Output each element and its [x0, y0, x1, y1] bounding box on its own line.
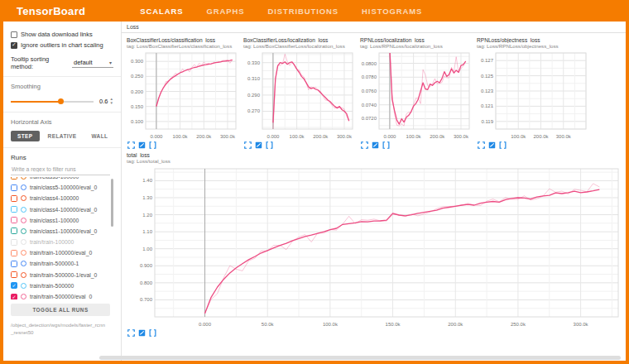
line-chart[interactable]: 0.3000.2500.2000.1500.1000.000100.0k200.…	[125, 50, 239, 141]
fit-domain-icon[interactable]	[499, 141, 507, 149]
run-filter-input[interactable]	[11, 164, 110, 175]
stepper-arrows-icon[interactable]: ▲▼	[110, 98, 113, 106]
run-label: train/class5-100000	[30, 177, 79, 180]
run-checkbox[interactable]: ✓	[11, 261, 17, 267]
fit-domain-icon[interactable]	[382, 141, 390, 149]
run-checkbox[interactable]: ✓	[11, 271, 17, 278]
expand-icon[interactable]	[127, 329, 135, 337]
tooltip-sorting-dropdown[interactable]: default ▾	[72, 58, 113, 68]
run-row[interactable]: ✓ train/class1-100000/eval_0	[11, 226, 113, 237]
svg-text:150.0k: 150.0k	[386, 322, 401, 327]
small-charts-row: BoxClassifierLoss/classification_loss ta…	[122, 33, 626, 150]
nav-tab[interactable]: HISTOGRAMS	[362, 7, 422, 16]
log-y-axis-icon[interactable]	[138, 141, 146, 149]
settings-checkbox-row[interactable]: ✓ Ignore outliers in chart scaling	[11, 41, 113, 49]
fit-domain-icon[interactable]	[149, 141, 156, 149]
run-row[interactable]: ✓ train/train-100000	[11, 237, 113, 247]
run-row[interactable]: ✓ train/train-100000/eval_0	[11, 247, 113, 258]
settings-checkbox-row[interactable]: ✓ Show data download links	[11, 31, 113, 38]
svg-text:0.000: 0.000	[150, 134, 163, 139]
run-row[interactable]: ✓ train/class4-100000	[11, 193, 113, 204]
fit-domain-icon[interactable]	[266, 141, 273, 149]
category-header[interactable]: Loss	[122, 22, 626, 33]
runs-list: ✓ train/class5-100000 ✓ train/class5-100…	[11, 177, 113, 299]
svg-text:200.0k: 200.0k	[430, 134, 445, 139]
run-label: train/train-500000	[30, 283, 74, 289]
checkbox[interactable]: ✓	[11, 42, 17, 49]
runs-scrollbar[interactable]	[111, 179, 113, 227]
expand-icon[interactable]	[127, 141, 135, 149]
run-checkbox[interactable]: ✓	[11, 206, 17, 213]
run-color-circle	[21, 184, 26, 190]
chart-toolbar	[242, 141, 358, 150]
run-label: train/train-500000/eval_0	[30, 294, 92, 299]
run-checkbox[interactable]: ✓	[11, 195, 17, 202]
run-checkbox[interactable]: ✓	[11, 282, 17, 289]
run-row[interactable]: ✓ train/train-500000-1	[11, 258, 113, 269]
svg-text:0.700: 0.700	[140, 297, 153, 302]
log-y-axis-icon[interactable]	[372, 141, 379, 149]
chart-card: RPNLoss/objectness_loss tag: Loss/RPNLos…	[475, 37, 591, 150]
svg-text:0.300: 0.300	[131, 59, 144, 64]
run-checkbox[interactable]: ✓	[11, 294, 17, 299]
run-row[interactable]: ✓ train/train-500000/eval_0	[11, 291, 113, 299]
line-chart[interactable]: 0.08000.07800.07600.07400.07200.000100.0…	[358, 50, 473, 141]
svg-text:0.127: 0.127	[481, 58, 494, 63]
run-color-circle	[21, 294, 26, 299]
svg-text:100.0k: 100.0k	[406, 134, 422, 139]
svg-text:0.121: 0.121	[481, 103, 494, 108]
run-checkbox[interactable]: ✓	[11, 184, 17, 191]
run-row[interactable]: ✓ train/class5-100000/eval_0	[11, 182, 113, 193]
chart-card: BoxClassifierLoss/localization_loss tag:…	[242, 37, 358, 150]
expand-icon[interactable]	[361, 141, 368, 149]
nav-tab[interactable]: SCALARS	[140, 7, 183, 16]
line-chart[interactable]: 0.3300.3100.2900.2700.000100.0k200.0k300…	[242, 50, 356, 141]
horizontal-axis-button[interactable]: RELATIVE	[41, 131, 84, 141]
nav-tab[interactable]: GRAPHS	[206, 7, 244, 16]
fit-domain-icon[interactable]	[149, 329, 156, 337]
run-checkbox[interactable]: ✓	[11, 228, 17, 234]
checkbox[interactable]: ✓	[11, 31, 17, 38]
toggle-all-runs-button[interactable]: TOGGLE ALL RUNS	[11, 304, 110, 316]
total-loss-chart[interactable]: 1.401.301.201.101.000.9000.8000.7000.000…	[125, 165, 625, 328]
svg-text:0.310: 0.310	[247, 76, 261, 81]
chart-toolbar	[475, 141, 591, 150]
run-color-circle	[21, 177, 26, 180]
horizontal-scrollbar[interactable]	[99, 356, 621, 360]
run-row[interactable]: ✓ train/class1-100000	[11, 215, 113, 226]
smoothing-slider[interactable]	[11, 101, 94, 103]
horizontal-axis-button[interactable]: STEP	[11, 131, 40, 141]
run-row[interactable]: ✓ train/train-500000	[11, 280, 113, 291]
chart-toolbar	[125, 328, 626, 338]
svg-text:0.0720: 0.0720	[362, 116, 377, 121]
log-y-axis-icon[interactable]	[488, 141, 496, 149]
check-icon: ✓	[12, 283, 16, 288]
expand-icon[interactable]	[244, 141, 252, 149]
smoothing-value[interactable]: 0.6	[99, 98, 108, 105]
run-checkbox[interactable]: ✓	[11, 177, 17, 180]
run-checkbox[interactable]: ✓	[11, 239, 17, 246]
svg-text:0.000: 0.000	[199, 322, 212, 327]
svg-text:1.20: 1.20	[142, 213, 152, 218]
svg-text:50.0k: 50.0k	[262, 322, 275, 327]
run-row[interactable]: ✓ train/train-500000-1/eval_0	[11, 270, 113, 280]
svg-text:300.0k: 300.0k	[454, 134, 469, 139]
svg-text:1.30: 1.30	[142, 195, 152, 200]
run-checkbox[interactable]: ✓	[11, 250, 17, 256]
nav-tab[interactable]: DISTRIBUTIONS	[268, 7, 339, 16]
run-checkbox[interactable]: ✓	[11, 217, 17, 223]
svg-text:0.800: 0.800	[140, 280, 153, 285]
horizontal-axis-button[interactable]: WALL	[84, 131, 114, 141]
svg-text:0.0740: 0.0740	[362, 103, 377, 108]
run-color-circle	[21, 239, 26, 245]
general-settings-section: ✓ Show data download links ✓ Ignore outl…	[3, 22, 121, 77]
svg-text:300.0k: 300.0k	[337, 134, 353, 139]
log-y-axis-icon[interactable]	[138, 329, 146, 337]
expand-icon[interactable]	[478, 141, 485, 149]
line-chart[interactable]: 0.1270.1250.1230.1210.119100.0k200.0k300…	[475, 50, 589, 141]
slider-thumb[interactable]	[58, 98, 64, 104]
run-label: train/class1-100000	[30, 218, 79, 223]
log-y-axis-icon[interactable]	[255, 141, 262, 149]
svg-text:100.0k: 100.0k	[290, 134, 305, 139]
run-row[interactable]: ✓ train/class4-100000/eval_0	[11, 204, 113, 214]
